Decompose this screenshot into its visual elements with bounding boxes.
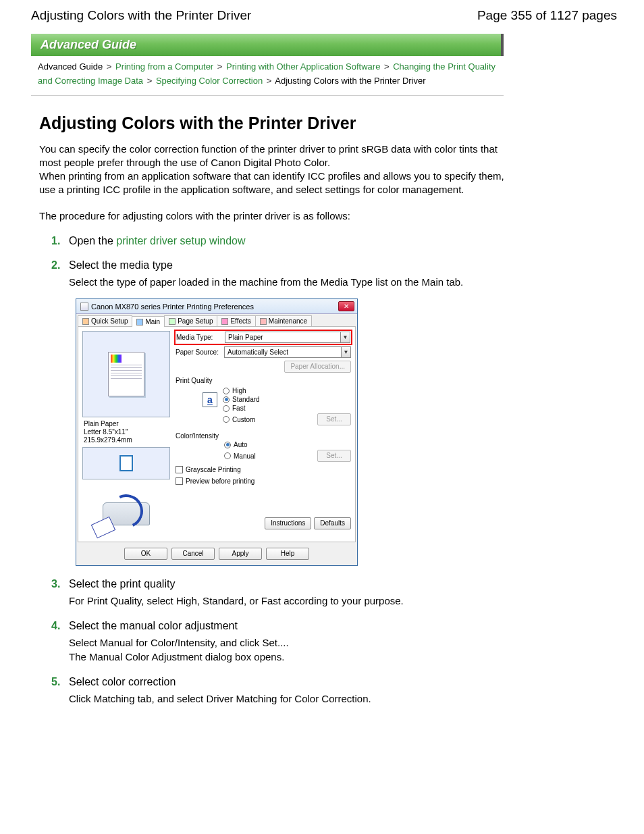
breadcrumb-item-current: Adjusting Colors with the Printer Driver: [275, 76, 425, 86]
checkbox-label: Preview before printing: [186, 477, 254, 485]
step-number: 5.: [51, 676, 63, 688]
grayscale-checkbox[interactable]: Grayscale Printing: [176, 466, 351, 473]
main-icon: [136, 319, 143, 325]
print-quality-group: a High Standard Fast Custom Set...: [176, 386, 351, 427]
color-swatch-icon: [111, 355, 122, 363]
radio-label: Custom: [232, 416, 255, 423]
cancel-button[interactable]: Cancel: [171, 548, 215, 560]
step-title: Select the print quality: [69, 578, 175, 590]
breadcrumb-sep: >: [216, 61, 224, 72]
media-type-value: Plain Paper: [228, 334, 263, 341]
page-preview: [82, 331, 170, 417]
color-intensity-group: Auto Manual Set...: [224, 441, 351, 462]
step-number: 3.: [51, 578, 63, 590]
steps-list: 1. Open the printer driver setup window …: [51, 235, 613, 706]
tab-label: Quick Setup: [91, 317, 128, 325]
radio-label: Auto: [234, 441, 248, 448]
step-title-prefix: Open the: [69, 235, 116, 246]
tab-label: Page Setup: [178, 317, 213, 325]
radio-label: Fast: [232, 405, 245, 412]
ok-button[interactable]: OK: [124, 548, 167, 560]
radio-icon: [224, 442, 231, 448]
advanced-guide-banner: Advanced Guide: [31, 34, 504, 56]
breadcrumb-sep: >: [146, 76, 154, 86]
article-title: Adjusting Colors with the Printer Driver: [39, 113, 613, 133]
paper-source-row: Paper Source: Automatically Select ▼: [176, 346, 351, 358]
media-type-select[interactable]: Plain Paper ▼: [225, 332, 350, 343]
preview-media-caption: Plain Paper Letter 8.5"x11" 215.9x279.4m…: [84, 420, 171, 444]
pq-standard-radio[interactable]: Standard: [223, 396, 351, 403]
ci-auto-radio[interactable]: Auto: [224, 441, 351, 448]
ci-set-button[interactable]: Set...: [317, 450, 351, 462]
tab-label: Maintenance: [269, 317, 307, 325]
intro-text: When printing from an application softwa…: [39, 170, 504, 195]
quick-setup-icon: [82, 318, 89, 325]
pq-set-button[interactable]: Set...: [317, 413, 351, 425]
intro-paragraph: The procedure for adjusting colors with …: [39, 209, 505, 223]
preview-column: Plain Paper Letter 8.5"x11" 215.9x279.4m…: [82, 331, 171, 538]
step: 3. Select the print quality For Print Qu…: [51, 578, 613, 608]
step: 2. Select the media type Select the type…: [51, 259, 613, 566]
color-intensity-label: Color/Intensity: [176, 432, 351, 440]
paper-source-label: Paper Source:: [176, 348, 224, 356]
step: 1. Open the printer driver setup window: [51, 235, 613, 247]
page-preview-page: [108, 352, 144, 396]
printing-preferences-dialog: Canon MX870 series Printer Printing Pref…: [76, 298, 358, 566]
step: 5. Select color correction Click Matchin…: [51, 676, 613, 706]
checkbox-label: Grayscale Printing: [186, 466, 241, 473]
printer-driver-setup-link[interactable]: printer driver setup window: [116, 235, 245, 246]
breadcrumb-sep: >: [383, 61, 391, 72]
page-title: Adjusting Colors with the Printer Driver: [31, 8, 251, 23]
radio-label: High: [232, 387, 246, 394]
preview-checkbox[interactable]: Preview before printing: [176, 477, 351, 485]
effects-icon: [221, 318, 228, 325]
radio-label: Standard: [232, 396, 260, 403]
content-area: Advanced Guide Advanced Guide > Printing…: [0, 34, 644, 738]
step-body: Click Matching tab, and select Driver Ma…: [69, 692, 501, 706]
pq-custom-radio[interactable]: Custom Set...: [223, 413, 351, 425]
breadcrumb-item[interactable]: Advanced Guide: [38, 61, 103, 72]
radio-icon: [224, 452, 231, 459]
page-indicator: Page 355 of 1127 pages: [477, 8, 617, 23]
breadcrumb-sep: >: [105, 61, 113, 72]
pq-high-radio[interactable]: High: [223, 387, 351, 394]
paper-source-value: Automatically Select: [227, 348, 288, 356]
step-body: Select Manual for Color/Intensity, and c…: [69, 636, 501, 664]
radio-icon: [223, 388, 230, 394]
banner-title: Advanced Guide: [41, 38, 136, 51]
paper-icon: [119, 455, 133, 471]
breadcrumb-item[interactable]: Printing from a Computer: [115, 61, 213, 72]
radio-label: Manual: [234, 452, 256, 460]
quality-sample-icon: a: [203, 392, 217, 407]
chevron-down-icon: ▼: [340, 332, 350, 342]
media-type-label: Media Type:: [176, 334, 225, 341]
pq-fast-radio[interactable]: Fast: [223, 405, 351, 412]
breadcrumb-item[interactable]: Printing with Other Application Software: [226, 61, 380, 72]
help-button[interactable]: Help: [266, 548, 309, 560]
tab-effects[interactable]: Effects: [217, 315, 255, 326]
apply-button[interactable]: Apply: [219, 548, 262, 560]
chevron-down-icon: ▼: [341, 347, 350, 357]
settings-column: Media Type: Plain Paper ▼ Paper Source: …: [176, 331, 351, 538]
intro-paragraph: You can specify the color correction fun…: [39, 142, 505, 197]
tab-main[interactable]: Main: [132, 316, 165, 327]
breadcrumb: Advanced Guide > Printing from a Compute…: [31, 56, 504, 96]
tab-page-setup[interactable]: Page Setup: [164, 315, 217, 326]
radio-icon: [223, 416, 230, 423]
defaults-button[interactable]: Defaults: [314, 517, 351, 529]
step-number: 2.: [51, 259, 63, 271]
step-title: Open the printer driver setup window: [69, 235, 245, 247]
ci-manual-radio[interactable]: Manual Set...: [224, 450, 351, 462]
caption-media: Plain Paper: [84, 420, 119, 427]
tab-quick-setup[interactable]: Quick Setup: [78, 315, 132, 326]
paper-allocation-button[interactable]: Paper Allocation...: [284, 361, 351, 373]
intro-text: You can specify the color correction fun…: [39, 143, 498, 168]
paper-source-select[interactable]: Automatically Select ▼: [224, 346, 351, 358]
breadcrumb-item[interactable]: Specifying Color Correction: [156, 76, 263, 86]
instructions-button[interactable]: Instructions: [265, 517, 311, 529]
checkbox-icon: [176, 466, 183, 473]
tab-label: Main: [145, 318, 160, 325]
tab-maintenance[interactable]: Maintenance: [255, 315, 312, 326]
close-button[interactable]: ✕: [338, 301, 354, 311]
dialog-titlebar: Canon MX870 series Printer Printing Pref…: [76, 299, 357, 314]
